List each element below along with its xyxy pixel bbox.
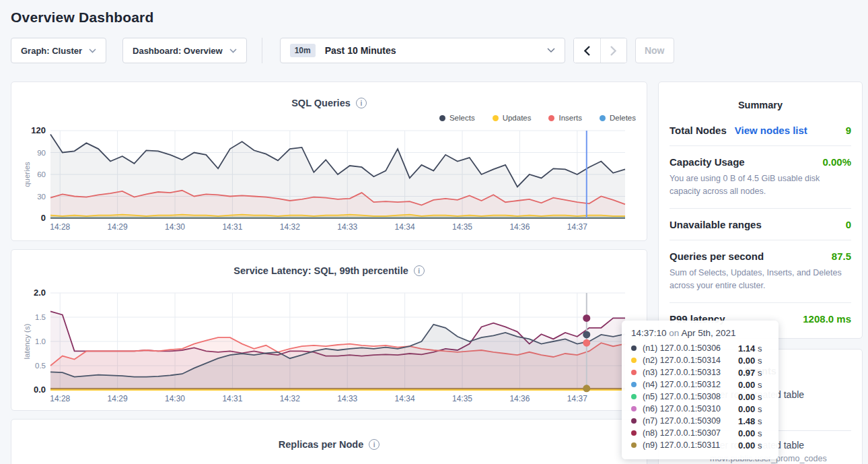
series-color-dot-icon: [631, 430, 637, 436]
time-range-selector[interactable]: 10m Past 10 Minutes: [280, 38, 565, 63]
svg-text:14:29: 14:29: [108, 222, 128, 232]
tooltip-timestamp: 14:37:10 on Apr 5th, 2021: [631, 328, 769, 338]
replicas-per-node-panel: Replicas per Node i: [11, 419, 647, 464]
series-color-dot-icon: [631, 394, 637, 399]
tooltip-node-value: 0.00 s: [738, 392, 769, 402]
summary-row-value: 0: [846, 219, 851, 230]
svg-text:14:35: 14:35: [452, 222, 472, 232]
graph-dropdown[interactable]: Graph: Cluster: [11, 38, 106, 63]
tooltip-node-value: 1.48 s: [738, 416, 769, 426]
summary-row-label: Total Nodes: [670, 125, 727, 136]
tooltip-node-address: (n1) 127.0.0.1:50306: [643, 343, 721, 353]
series-color-dot-icon: [631, 406, 637, 411]
svg-text:14:32: 14:32: [280, 394, 300, 403]
time-step-back-button[interactable]: [574, 38, 600, 63]
svg-text:1.0: 1.0: [35, 337, 46, 345]
legend-item-deletes: Deletes: [600, 112, 636, 124]
summary-row: Total NodesView nodes list9: [670, 114, 851, 146]
tooltip-node-address: (n2) 127.0.0.1:50314: [643, 356, 721, 365]
svg-text:14:33: 14:33: [337, 394, 357, 403]
time-range-label: Past 10 Minutes: [325, 45, 396, 56]
summary-row-label: Capacity Usage: [670, 156, 745, 168]
tooltip-node-address: (n4) 127.0.0.1:50312: [643, 380, 721, 389]
legend-label: Deletes: [610, 114, 636, 122]
info-icon[interactable]: i: [369, 439, 379, 450]
series-color-dot-icon: [631, 370, 637, 375]
legend-item-inserts: Inserts: [548, 112, 582, 124]
summary-panel: Summary Total NodesView nodes list9Capac…: [658, 81, 863, 339]
series-color-dot-icon: [631, 442, 637, 448]
svg-text:14:37: 14:37: [567, 394, 587, 403]
svg-text:0: 0: [41, 213, 46, 223]
tooltip-node-row: (n1) 127.0.0.1:503061.14 s: [631, 342, 769, 354]
graph-dropdown-label: Graph: Cluster: [21, 46, 82, 56]
svg-text:14:30: 14:30: [165, 394, 185, 403]
svg-text:14:34: 14:34: [395, 222, 415, 232]
tooltip-node-value: 0.00 s: [738, 428, 769, 438]
summary-row-label: Unavailable ranges: [670, 219, 762, 230]
svg-text:14:31: 14:31: [222, 394, 242, 403]
tooltip-node-value: 0.97 s: [738, 368, 769, 378]
overview-dashboard-page: Overview Dashboard Graph: Cluster Dashbo…: [0, 0, 868, 464]
view-nodes-list-link[interactable]: View nodes list: [735, 125, 807, 136]
svg-text:14:33: 14:33: [337, 222, 357, 232]
sql-queries-chart[interactable]: 14:2814:2914:3014:3114:3214:3314:3414:35…: [22, 124, 636, 236]
svg-text:queries: queries: [23, 162, 31, 187]
page-title: Overview Dashboard: [0, 0, 868, 26]
time-step-forward-button[interactable]: [600, 38, 626, 63]
summary-row-value: 9: [846, 125, 851, 136]
legend-item-updates: Updates: [493, 112, 532, 124]
legend-dot-icon: [493, 115, 499, 121]
service-latency-chart[interactable]: 14:2814:2914:3014:3114:3214:3314:3414:35…: [22, 286, 636, 407]
summary-row-caption: You are using 0 B of 4.5 GiB usable disk…: [670, 172, 851, 199]
summary-rows: Total NodesView nodes list9Capacity Usag…: [670, 114, 851, 334]
replicas-per-node-title: Replicas per Node i: [279, 439, 380, 450]
tooltip-node-address: (n5) 127.0.0.1:50308: [643, 392, 721, 401]
svg-text:14:35: 14:35: [452, 394, 472, 403]
tooltip-rows: (n1) 127.0.0.1:503061.14 s(n2) 127.0.0.1…: [631, 342, 769, 451]
svg-text:14:37: 14:37: [567, 222, 587, 232]
series-color-dot-icon: [631, 382, 637, 387]
svg-text:14:36: 14:36: [509, 394, 530, 403]
chevron-down-icon: [547, 48, 555, 53]
series-color-dot-icon: [631, 358, 637, 363]
time-range-badge: 10m: [290, 44, 316, 57]
tooltip-node-address: (n6) 127.0.0.1:50310: [643, 404, 721, 413]
summary-row: Queries per second87.5Sum of Selects, Up…: [670, 240, 851, 303]
tooltip-node-row: (n3) 127.0.0.1:503130.97 s: [631, 366, 769, 378]
legend-dot-icon: [548, 115, 554, 121]
toolbar: Graph: Cluster Dashboard: Overview 10m P…: [11, 38, 868, 63]
svg-text:60: 60: [37, 170, 46, 178]
tooltip-node-address: (n7) 127.0.0.1:50309: [643, 416, 721, 426]
tooltip-node-value: 0.00 s: [738, 440, 769, 451]
legend-dot-icon: [600, 115, 606, 121]
svg-text:1.5: 1.5: [35, 313, 46, 321]
summary-row-value: 87.5: [832, 251, 851, 262]
summary-row: Capacity Usage0.00%You are using 0 B of …: [670, 146, 851, 209]
summary-title: Summary: [670, 93, 851, 114]
tooltip-node-row: (n4) 127.0.0.1:503120.00 s: [631, 378, 769, 391]
svg-text:14:34: 14:34: [395, 394, 415, 403]
info-icon[interactable]: i: [356, 98, 367, 108]
tooltip-node-value: 1.14 s: [738, 343, 769, 354]
tooltip-node-value: 0.00 s: [738, 380, 769, 390]
summary-row-value: 1208.0 ms: [803, 313, 851, 325]
time-step-buttons: [573, 38, 627, 63]
svg-text:0.5: 0.5: [35, 362, 46, 370]
tooltip-node-value: 0.00 s: [738, 404, 769, 414]
legend-label: Updates: [503, 114, 532, 122]
dashboard-dropdown[interactable]: Dashboard: Overview: [122, 38, 247, 63]
tooltip-node-row: (n2) 127.0.0.1:503140.00 s: [631, 354, 769, 366]
info-icon[interactable]: i: [414, 265, 425, 276]
tooltip-node-row: (n9) 127.0.0.1:503110.00 s: [631, 439, 769, 451]
svg-text:14:28: 14:28: [50, 222, 70, 232]
now-button[interactable]: Now: [635, 38, 674, 63]
svg-text:120: 120: [31, 125, 46, 135]
svg-text:2.0: 2.0: [34, 288, 46, 298]
tooltip-node-address: (n8) 127.0.0.1:50307: [643, 428, 721, 438]
series-color-dot-icon: [631, 345, 637, 351]
sql-queries-title: SQL Queries i: [291, 98, 367, 108]
legend-label: Inserts: [558, 114, 582, 122]
svg-text:14:28: 14:28: [50, 394, 70, 403]
svg-text:14:31: 14:31: [222, 222, 242, 232]
